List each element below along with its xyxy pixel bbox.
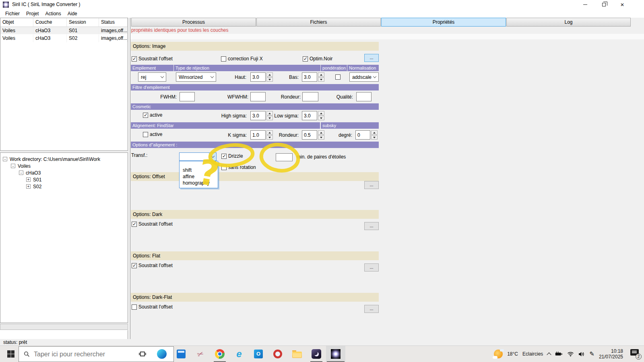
menu-projet[interactable]: Projet: [24, 10, 43, 17]
column-header-couche[interactable]: Couche: [33, 18, 67, 27]
volume-icon[interactable]: [578, 352, 585, 357]
dark-options-more-button[interactable]: ...: [364, 222, 379, 230]
task-view-button[interactable]: [133, 346, 152, 362]
dropdown-item-shift[interactable]: shift: [180, 167, 218, 173]
pen-icon[interactable]: ✎: [589, 350, 594, 358]
red-app-taskbar-button[interactable]: [268, 346, 287, 362]
weather-condition[interactable]: Eclaircies: [522, 351, 543, 357]
siril-taskbar-button[interactable]: [326, 346, 345, 362]
high-sigma-input[interactable]: [250, 111, 266, 120]
quality-input[interactable]: [356, 92, 372, 101]
minimize-button[interactable]: [576, 0, 594, 9]
spin-down-button[interactable]: [318, 116, 324, 120]
tree-collapse-icon[interactable]: -: [19, 171, 23, 175]
tree-collapse-icon[interactable]: -: [11, 164, 15, 168]
tree-expand-icon[interactable]: +: [26, 177, 31, 182]
tab-proprietes[interactable]: Propriétés: [381, 18, 506, 27]
table-row[interactable]: Voiles cHaO3 S02 images,off...: [0, 35, 128, 42]
spin-down-button[interactable]: [318, 135, 324, 140]
spin-up-button[interactable]: [318, 72, 324, 77]
table-row[interactable]: Voiles cHaO3 S01 images,off...: [0, 27, 128, 35]
tree-item-work-directory[interactable]: - Work directory: C:\Users\manue\Siril\W…: [0, 156, 128, 162]
tab-log[interactable]: Log: [506, 18, 631, 27]
spin-down-button[interactable]: [318, 77, 324, 82]
horizontal-scrollbar[interactable]: [0, 324, 128, 330]
clock[interactable]: 10:18 21/07/2025: [599, 348, 623, 360]
haut-input[interactable]: [250, 72, 266, 82]
flat-subtract-offset-checkbox[interactable]: [132, 263, 137, 268]
degree-input[interactable]: [355, 130, 370, 140]
dropdown-item-homography[interactable]: homography: [180, 180, 218, 186]
properties-panel: Processus Fichiers Propriétés Log propri…: [130, 18, 644, 339]
battery-icon[interactable]: [555, 352, 563, 356]
transf-select[interactable]: [179, 152, 217, 161]
normalisation-header: Normalisation: [347, 65, 379, 71]
tree-expand-icon[interactable]: +: [26, 184, 31, 189]
min-pairs-input[interactable]: [276, 153, 293, 161]
menu-actions[interactable]: Actions: [43, 10, 65, 17]
menu-aide[interactable]: Aide: [66, 10, 82, 17]
chrome-taskbar-button[interactable]: [210, 346, 229, 362]
stellarium-taskbar-button[interactable]: [307, 346, 326, 362]
tab-fichiers[interactable]: Fichiers: [256, 18, 381, 27]
chevron-down-icon: [373, 75, 376, 78]
wifi-icon[interactable]: [567, 352, 574, 357]
notification-center-button[interactable]: 2: [630, 348, 641, 360]
spin-up-button[interactable]: [318, 130, 324, 135]
bas-input[interactable]: [302, 72, 317, 82]
findstar-active-checkbox[interactable]: [143, 132, 148, 137]
tree-collapse-icon[interactable]: -: [3, 157, 7, 161]
calculator-taskbar-button[interactable]: [171, 346, 191, 362]
drizzle-checkbox[interactable]: [221, 154, 227, 159]
weighting-checkbox[interactable]: [335, 74, 341, 80]
menu-fichier[interactable]: Fichier: [3, 10, 24, 17]
dark-subtract-offset-checkbox[interactable]: [132, 222, 137, 227]
column-header-objet[interactable]: Objet: [0, 18, 33, 27]
spin-down-button[interactable]: [266, 77, 273, 82]
normalisation-select[interactable]: addscale: [349, 72, 379, 82]
tree-item-voiles[interactable]: - Voiles: [0, 162, 128, 169]
start-button[interactable]: [3, 346, 19, 362]
weather-temperature[interactable]: 18°C: [507, 351, 518, 357]
close-button[interactable]: [613, 0, 632, 9]
file-explorer-taskbar-button[interactable]: [287, 346, 307, 362]
roundness-input[interactable]: [302, 92, 318, 101]
no-rotation-checkbox[interactable]: [221, 165, 227, 170]
weather-icon[interactable]: [494, 350, 503, 358]
outlook-taskbar-button[interactable]: [249, 346, 268, 362]
tray-overflow-chevron-icon[interactable]: [547, 352, 551, 357]
snipping-tool-taskbar-button[interactable]: ✂: [191, 346, 210, 362]
internet-explorer-taskbar-button[interactable]: e: [229, 346, 249, 362]
edge-taskbar-button[interactable]: [152, 346, 171, 362]
tree-item-chao3[interactable]: - cHaO3: [0, 169, 128, 176]
fuji-correction-checkbox[interactable]: [221, 56, 226, 62]
flat-options-more-button[interactable]: ...: [364, 263, 379, 272]
tab-processus[interactable]: Processus: [131, 18, 256, 27]
spin-down-button[interactable]: [371, 135, 378, 140]
fwhm-input[interactable]: [180, 92, 195, 101]
image-options-more-button[interactable]: ...: [364, 54, 379, 62]
column-header-status[interactable]: Status: [99, 18, 128, 27]
dropdown-button[interactable]: [209, 153, 216, 160]
darkflat-subtract-offset-checkbox[interactable]: [132, 304, 137, 310]
findstar-roundness-input[interactable]: [302, 130, 317, 140]
dropdown-item-affine[interactable]: affine: [180, 173, 218, 180]
subtract-offset-checkbox[interactable]: [132, 56, 137, 62]
cosmetic-active-label: active: [150, 112, 162, 118]
spin-up-button[interactable]: [318, 111, 324, 115]
stacking-select[interactable]: rej: [138, 72, 166, 82]
ksigma-input[interactable]: [250, 130, 266, 140]
restore-button[interactable]: [594, 0, 613, 9]
cosmetic-active-checkbox[interactable]: [143, 113, 148, 118]
rejection-select[interactable]: Winsorized: [176, 72, 216, 82]
darkflat-options-more-button[interactable]: ...: [364, 305, 379, 313]
spin-up-button[interactable]: [266, 72, 273, 77]
column-header-session[interactable]: Session: [67, 18, 99, 27]
optim-noir-checkbox[interactable]: [303, 56, 308, 62]
tree-item-s01[interactable]: + S01: [0, 176, 128, 183]
wfwhm-input[interactable]: [250, 92, 266, 101]
tree-item-s02[interactable]: + S02: [0, 183, 128, 190]
low-sigma-input[interactable]: [302, 111, 317, 120]
spin-up-button[interactable]: [371, 130, 378, 135]
offset-options-more-button[interactable]: ...: [364, 181, 379, 189]
